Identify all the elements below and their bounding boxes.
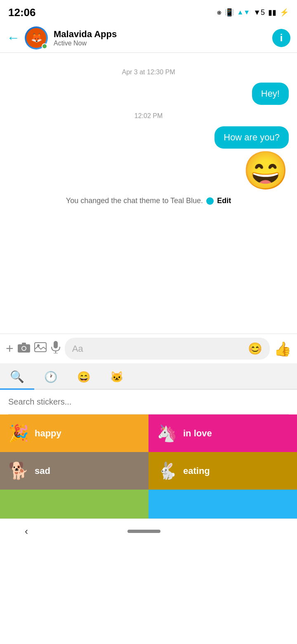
search-stickers-input[interactable] (8, 390, 289, 414)
happy-category-icon: 🎉 (8, 424, 29, 443)
vibrate-icon: 📳 (225, 8, 234, 17)
message-input[interactable]: Aa 😊 (65, 338, 270, 360)
timestamp-1: Apr 3 at 12:30 PM (8, 69, 289, 76)
eating-category-label: eating (183, 466, 210, 476)
pusheen-tab-icon: 🐱 (110, 371, 123, 384)
input-bar: + Aa 😊 👍 (0, 334, 297, 363)
sticker-tab-recent[interactable]: 🕐 (34, 366, 67, 388)
happy-tab-icon: 😄 (77, 371, 90, 384)
happy-category-label: happy (35, 428, 61, 439)
status-icons: ⎈ 📳 ▲▼ ▼5 ▮▮ ⚡ (217, 8, 289, 17)
edit-theme-button[interactable]: Edit (217, 197, 231, 205)
contact-status: Active Now (54, 40, 272, 47)
status-time: 12:06 (8, 6, 36, 19)
thumbs-up-button[interactable]: 👍 (274, 341, 291, 357)
info-button[interactable]: i (272, 29, 290, 47)
message-bubble-1: Hey! (252, 83, 289, 105)
svg-rect-6 (54, 341, 58, 348)
wifi-icon: ▼5 (253, 8, 265, 17)
camera-button[interactable] (18, 342, 30, 355)
data-icon: ▲▼ (237, 9, 250, 16)
sad-category-icon: 🐕 (8, 461, 29, 481)
message-row-2: How are you? (8, 126, 289, 149)
info-icon: i (280, 32, 283, 44)
battery-icon: ⚡ (280, 8, 289, 17)
recent-tab-icon: 🕐 (44, 371, 57, 384)
sticker-tab-pusheen[interactable]: 🐱 (100, 366, 133, 388)
back-button[interactable]: ← (7, 30, 20, 45)
sticker-category-in-love[interactable]: 🦄 in love (148, 414, 297, 452)
nav-pill (127, 530, 160, 533)
message-bubble-2: How are you? (214, 126, 289, 149)
contact-name: Malavida Apps (54, 29, 272, 40)
theme-change-text: You changed the chat theme to Teal Blue. (66, 197, 203, 205)
in-love-category-label: in love (183, 428, 212, 439)
contact-info: Malavida Apps Active Now (54, 29, 272, 47)
emoji-reaction: 😄 (243, 152, 289, 189)
svg-rect-3 (22, 343, 26, 345)
timestamp-2: 12:02 PM (8, 112, 289, 120)
sticker-category-eating[interactable]: 🐇 eating (148, 452, 297, 490)
online-indicator (42, 43, 47, 49)
sticker-category-happy[interactable]: 🎉 happy (0, 414, 148, 452)
sticker-category-sad[interactable]: 🐕 sad (0, 452, 148, 490)
theme-change-notice: You changed the chat theme to Teal Blue.… (8, 197, 289, 205)
chat-area: Apr 3 at 12:30 PM Hey! 12:02 PM How are … (0, 53, 297, 334)
input-placeholder: Aa (72, 343, 244, 354)
sticker-categories-grid: 🎉 happy 🦄 in love 🐕 sad 🐇 eating (0, 414, 297, 519)
teal-dot-icon (206, 197, 214, 205)
message-row-1: Hey! (8, 83, 289, 105)
chat-header: ← 🦊 Malavida Apps Active Now i (0, 23, 297, 53)
bluetooth-icon: ⎈ (217, 8, 222, 17)
nav-bar: ‹ (0, 519, 297, 543)
sticker-tab-search[interactable]: 🔍 (0, 365, 34, 390)
emoji-picker-button[interactable]: 😊 (248, 342, 262, 355)
search-tab-icon: 🔍 (10, 370, 24, 384)
svg-point-2 (22, 347, 26, 350)
eating-category-icon: 🐇 (157, 461, 177, 481)
in-love-category-icon: 🦄 (157, 424, 177, 443)
mic-button[interactable] (51, 341, 61, 356)
sticker-category-partial-2[interactable] (148, 490, 297, 519)
avatar: 🦊 (25, 26, 48, 50)
nav-back-button[interactable]: ‹ (25, 526, 28, 537)
sticker-tabs: 🔍 🕐 😄 🐱 (0, 363, 297, 390)
search-stickers-bar (0, 390, 297, 414)
sad-category-label: sad (35, 466, 50, 476)
sticker-category-partial-1[interactable] (0, 490, 148, 519)
emoji-message-row: 😄 (8, 152, 289, 189)
sticker-tab-happy[interactable]: 😄 (67, 366, 100, 388)
status-bar: 12:06 ⎈ 📳 ▲▼ ▼5 ▮▮ ⚡ (0, 0, 297, 23)
plus-button[interactable]: + (6, 341, 14, 356)
image-button[interactable] (34, 342, 47, 355)
sticker-panel: 🔍 🕐 😄 🐱 🎉 happy 🦄 in love 🐕 sad (0, 363, 297, 519)
signal-icon: ▮▮ (268, 8, 276, 17)
